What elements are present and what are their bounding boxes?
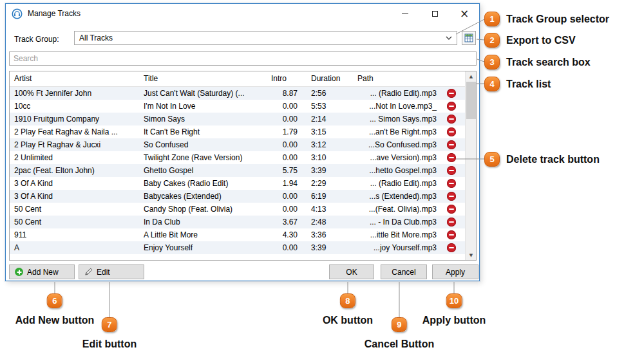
scrollbar-thumb[interactable] (466, 82, 476, 119)
cell-path: ...hetto Gospel.mp3 (351, 164, 438, 177)
cell-artist: 2 Unlimited (10, 151, 138, 164)
track-list-header: Artist Title Intro Duration Path (10, 71, 476, 87)
apply-button[interactable]: Apply (432, 264, 478, 279)
cell-title: It Can't Be Right (138, 125, 267, 138)
callout-badge-10: 10 (446, 293, 462, 308)
delete-track-button[interactable] (447, 127, 456, 136)
cell-path: ...(Feat. Olivia).mp3 (351, 203, 438, 216)
scroll-down-icon[interactable]: ▼ (466, 250, 477, 260)
delete-track-button[interactable] (447, 140, 456, 149)
col-header-title[interactable]: Title (138, 71, 267, 86)
callout-badge-5: 5 (484, 152, 500, 167)
cell-path: ... Simon Says.mp3 (351, 113, 438, 125)
cell-duration: 3:10 (299, 151, 351, 164)
callout-label-7: Edit button (82, 338, 137, 350)
close-icon: × (460, 8, 469, 19)
col-header-duration[interactable]: Duration (299, 71, 351, 86)
minus-icon (449, 247, 454, 249)
table-row[interactable]: 10cc I'm Not In Love 0.00 5:53 ...Not In… (10, 100, 465, 113)
ok-button[interactable]: OK (329, 264, 374, 279)
cell-intro: 5.75 (267, 164, 299, 177)
search-input[interactable] (9, 51, 477, 66)
cell-path: ...ave Version).mp3 (351, 151, 438, 164)
table-row[interactable]: 50 Cent Candy Shop (Feat. Olivia) 0.00 4… (10, 203, 465, 216)
callout-badge-2: 2 (484, 33, 500, 48)
minimize-icon (402, 14, 408, 14)
col-header-path[interactable]: Path (351, 71, 438, 86)
cell-artist: 911 (10, 228, 138, 241)
table-row[interactable]: A Enjoy Yourself 0.00 3:39 ...joy Yourse… (10, 241, 465, 254)
cell-path: ...an't Be Right.mp3 (351, 125, 438, 138)
manage-tracks-dialog: Manage Tracks × Track Group: All Tracks … (5, 3, 480, 281)
table-row[interactable]: 50 Cent In Da Club 3.67 2:48 ... - In Da… (10, 216, 465, 228)
cell-artist: 2pac (Feat. Elton John) (10, 164, 138, 177)
cell-title: In Da Club (138, 216, 267, 228)
col-header-intro[interactable]: Intro (267, 71, 299, 86)
vertical-scrollbar[interactable]: ▲ ▼ (465, 71, 476, 260)
minus-icon (449, 196, 454, 198)
csv-grid-icon (464, 33, 473, 42)
table-row[interactable]: 3 Of A Kind Babycakes (Extended) 0.00 6:… (10, 190, 465, 203)
cell-path: ...joy Yourself.mp3 (351, 241, 438, 254)
cell-duration: 3:39 (299, 241, 351, 254)
callout-badge-8: 8 (340, 293, 355, 308)
callout-badge-9: 9 (392, 317, 407, 332)
cell-intro: 4.30 (267, 228, 299, 241)
plus-circle-icon (15, 268, 23, 276)
cell-intro: 1.79 (267, 125, 299, 138)
table-row[interactable]: 2 Play Feat Raghav & Naila ... It Can't … (10, 125, 465, 138)
cell-title: A Little Bit More (138, 228, 267, 241)
delete-track-button[interactable] (447, 166, 456, 175)
delete-track-button[interactable] (447, 230, 456, 239)
table-row[interactable]: 2 Unlimited Twilight Zone (Rave Version)… (10, 151, 465, 164)
cancel-button[interactable]: Cancel (381, 264, 427, 279)
minus-icon (449, 93, 454, 95)
callout-edit-button: 7 Edit button (82, 317, 137, 350)
cell-path: ...s (Extended).mp3 (351, 190, 438, 203)
table-row[interactable]: 911 A Little Bit More 4.30 3:36 ...ittle… (10, 228, 465, 241)
cell-path: ...So Confused.mp3 (351, 138, 438, 151)
delete-track-button[interactable] (447, 153, 456, 162)
cell-intro: 0.00 (267, 190, 299, 203)
scroll-up-icon[interactable]: ▲ (466, 71, 477, 81)
delete-track-button[interactable] (447, 243, 456, 252)
app-logo-headphones-icon (12, 8, 23, 19)
cell-intro: 1.94 (267, 177, 299, 190)
cell-duration: 2:48 (299, 216, 351, 228)
minus-icon (449, 118, 454, 120)
maximize-button[interactable] (420, 4, 450, 23)
col-header-artist[interactable]: Artist (10, 71, 138, 86)
table-row[interactable]: 1910 Fruitgum Company Simon Says 0.00 2:… (10, 113, 465, 125)
delete-track-button[interactable] (447, 205, 456, 214)
cell-path: ... - In Da Club.mp3 (351, 216, 438, 228)
cell-title: Ghetto Gospel (138, 164, 267, 177)
callout-badge-3: 3 (484, 55, 500, 69)
pencil-icon (84, 268, 93, 276)
delete-track-button[interactable] (447, 192, 456, 201)
cell-title: Candy Shop (Feat. Olivia) (138, 203, 267, 216)
cell-intro: 3.67 (267, 216, 299, 228)
table-row[interactable]: 2 Play Ft Raghav & Jucxi So Confused 0.0… (10, 138, 465, 151)
delete-track-button[interactable] (447, 115, 456, 124)
delete-track-button[interactable] (447, 102, 456, 111)
window-controls: × (390, 4, 479, 23)
table-row[interactable]: 100% Ft Jennifer John Just Can't Wait (S… (10, 87, 465, 100)
minus-icon (449, 170, 454, 172)
add-new-button[interactable]: Add New (9, 264, 75, 279)
cell-artist: 2 Play Ft Raghav & Jucxi (10, 138, 138, 151)
callout-label-1: Track Group selector (506, 14, 609, 25)
close-button[interactable]: × (450, 4, 479, 23)
table-row[interactable]: 3 Of A Kind Baby Cakes (Radio Edit) 1.94… (10, 177, 465, 190)
minimize-button[interactable] (390, 4, 420, 23)
table-row[interactable]: 2pac (Feat. Elton John) Ghetto Gospel 5.… (10, 164, 465, 177)
cell-artist: 3 Of A Kind (10, 190, 138, 203)
cell-artist: 1910 Fruitgum Company (10, 113, 138, 125)
delete-track-button[interactable] (447, 89, 456, 98)
edit-button[interactable]: Edit (79, 264, 144, 279)
delete-track-button[interactable] (447, 218, 456, 227)
export-csv-button[interactable] (462, 31, 476, 45)
track-group-selector[interactable]: All Tracks (74, 31, 457, 45)
minus-icon (449, 106, 454, 107)
callout-track-list: 4 Track list (484, 77, 551, 91)
delete-track-button[interactable] (447, 179, 456, 188)
